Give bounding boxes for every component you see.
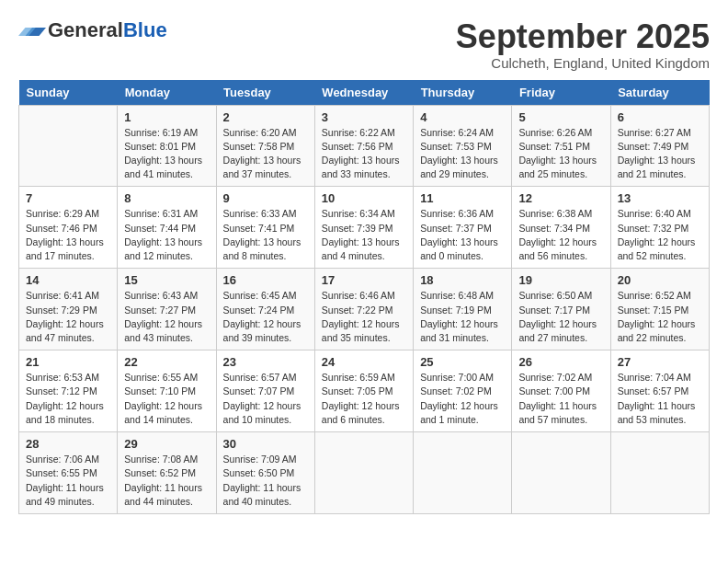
day-number: 25 xyxy=(420,355,505,369)
col-header-wednesday: Wednesday xyxy=(314,80,413,106)
day-number: 24 xyxy=(322,355,406,369)
day-number: 20 xyxy=(618,273,702,287)
calendar-cell: 20Sunrise: 6:52 AM Sunset: 7:15 PM Dayli… xyxy=(610,269,709,350)
day-number: 16 xyxy=(223,273,308,287)
day-number: 9 xyxy=(223,191,308,205)
day-info: Sunrise: 6:59 AM Sunset: 7:05 PM Dayligh… xyxy=(322,371,406,427)
day-number: 14 xyxy=(26,273,110,287)
day-info: Sunrise: 6:50 AM Sunset: 7:17 PM Dayligh… xyxy=(518,289,603,345)
calendar-week-row: 28Sunrise: 7:06 AM Sunset: 6:55 PM Dayli… xyxy=(19,432,710,514)
day-number: 29 xyxy=(124,437,209,451)
calendar-cell xyxy=(610,432,709,514)
col-header-tuesday: Tuesday xyxy=(216,80,314,106)
calendar-week-row: 21Sunrise: 6:53 AM Sunset: 7:12 PM Dayli… xyxy=(19,350,710,432)
calendar-cell: 14Sunrise: 6:41 AM Sunset: 7:29 PM Dayli… xyxy=(19,269,118,350)
day-number: 26 xyxy=(518,355,603,369)
day-info: Sunrise: 6:38 AM Sunset: 7:34 PM Dayligh… xyxy=(518,207,603,263)
day-info: Sunrise: 7:09 AM Sunset: 6:50 PM Dayligh… xyxy=(223,453,308,509)
title-block: September 2025 Culcheth, England, United… xyxy=(456,18,710,71)
day-info: Sunrise: 7:00 AM Sunset: 7:02 PM Dayligh… xyxy=(420,371,505,427)
logo: GeneralBlue xyxy=(18,18,167,42)
day-info: Sunrise: 6:19 AM Sunset: 8:01 PM Dayligh… xyxy=(124,126,209,182)
col-header-friday: Friday xyxy=(512,80,610,106)
calendar-cell xyxy=(414,432,512,514)
day-number: 23 xyxy=(223,355,308,369)
day-number: 4 xyxy=(420,110,505,124)
calendar-cell: 19Sunrise: 6:50 AM Sunset: 7:17 PM Dayli… xyxy=(512,269,610,350)
day-info: Sunrise: 6:20 AM Sunset: 7:58 PM Dayligh… xyxy=(223,126,308,182)
calendar-cell: 7Sunrise: 6:29 AM Sunset: 7:46 PM Daylig… xyxy=(19,187,118,269)
day-info: Sunrise: 6:57 AM Sunset: 7:07 PM Dayligh… xyxy=(223,371,308,427)
day-info: Sunrise: 6:33 AM Sunset: 7:41 PM Dayligh… xyxy=(223,207,308,263)
calendar-cell xyxy=(512,432,610,514)
calendar-cell: 27Sunrise: 7:04 AM Sunset: 6:57 PM Dayli… xyxy=(610,350,709,432)
day-info: Sunrise: 6:29 AM Sunset: 7:46 PM Dayligh… xyxy=(26,207,110,263)
col-header-monday: Monday xyxy=(118,80,216,106)
day-number: 8 xyxy=(124,191,209,205)
day-info: Sunrise: 6:27 AM Sunset: 7:49 PM Dayligh… xyxy=(618,126,702,182)
calendar-body: 1Sunrise: 6:19 AM Sunset: 8:01 PM Daylig… xyxy=(19,105,710,513)
day-number: 21 xyxy=(26,355,110,369)
calendar-cell xyxy=(314,432,413,514)
calendar-cell: 9Sunrise: 6:33 AM Sunset: 7:41 PM Daylig… xyxy=(216,187,314,269)
calendar-week-row: 1Sunrise: 6:19 AM Sunset: 8:01 PM Daylig… xyxy=(19,105,710,187)
calendar-cell: 8Sunrise: 6:31 AM Sunset: 7:44 PM Daylig… xyxy=(118,187,216,269)
calendar-cell xyxy=(19,105,118,187)
day-number: 28 xyxy=(26,437,110,451)
day-info: Sunrise: 6:53 AM Sunset: 7:12 PM Dayligh… xyxy=(26,371,110,427)
calendar-cell: 1Sunrise: 6:19 AM Sunset: 8:01 PM Daylig… xyxy=(118,105,216,187)
col-header-thursday: Thursday xyxy=(414,80,512,106)
day-number: 12 xyxy=(518,191,603,205)
day-info: Sunrise: 6:22 AM Sunset: 7:56 PM Dayligh… xyxy=(322,126,406,182)
day-number: 1 xyxy=(124,110,209,124)
calendar-cell: 13Sunrise: 6:40 AM Sunset: 7:32 PM Dayli… xyxy=(610,187,709,269)
calendar-cell: 22Sunrise: 6:55 AM Sunset: 7:10 PM Dayli… xyxy=(118,350,216,432)
day-info: Sunrise: 6:40 AM Sunset: 7:32 PM Dayligh… xyxy=(618,207,702,263)
day-number: 6 xyxy=(618,110,702,124)
day-info: Sunrise: 6:41 AM Sunset: 7:29 PM Dayligh… xyxy=(26,289,110,345)
day-info: Sunrise: 6:26 AM Sunset: 7:51 PM Dayligh… xyxy=(518,126,603,182)
calendar-cell: 2Sunrise: 6:20 AM Sunset: 7:58 PM Daylig… xyxy=(216,105,314,187)
day-number: 27 xyxy=(618,355,702,369)
col-header-sunday: Sunday xyxy=(19,80,118,106)
day-info: Sunrise: 6:55 AM Sunset: 7:10 PM Dayligh… xyxy=(124,371,209,427)
day-number: 22 xyxy=(124,355,209,369)
day-number: 2 xyxy=(223,110,308,124)
calendar-table: SundayMondayTuesdayWednesdayThursdayFrid… xyxy=(18,80,710,514)
calendar-cell: 26Sunrise: 7:02 AM Sunset: 7:00 PM Dayli… xyxy=(512,350,610,432)
day-info: Sunrise: 6:46 AM Sunset: 7:22 PM Dayligh… xyxy=(322,289,406,345)
day-info: Sunrise: 6:34 AM Sunset: 7:39 PM Dayligh… xyxy=(322,207,406,263)
calendar-cell: 3Sunrise: 6:22 AM Sunset: 7:56 PM Daylig… xyxy=(314,105,413,187)
calendar-cell: 10Sunrise: 6:34 AM Sunset: 7:39 PM Dayli… xyxy=(314,187,413,269)
day-info: Sunrise: 7:08 AM Sunset: 6:52 PM Dayligh… xyxy=(124,453,209,509)
day-number: 5 xyxy=(518,110,603,124)
day-info: Sunrise: 6:52 AM Sunset: 7:15 PM Dayligh… xyxy=(618,289,702,345)
calendar-cell: 15Sunrise: 6:43 AM Sunset: 7:27 PM Dayli… xyxy=(118,269,216,350)
calendar-cell: 16Sunrise: 6:45 AM Sunset: 7:24 PM Dayli… xyxy=(216,269,314,350)
calendar-cell: 18Sunrise: 6:48 AM Sunset: 7:19 PM Dayli… xyxy=(414,269,512,350)
logo-blue: Blue xyxy=(123,18,167,41)
day-number: 10 xyxy=(322,191,406,205)
day-number: 15 xyxy=(124,273,209,287)
subtitle: Culcheth, England, United Kingdom xyxy=(456,55,710,71)
page-header: GeneralBlue September 2025 Culcheth, Eng… xyxy=(18,18,710,71)
calendar-cell: 12Sunrise: 6:38 AM Sunset: 7:34 PM Dayli… xyxy=(512,187,610,269)
calendar-cell: 21Sunrise: 6:53 AM Sunset: 7:12 PM Dayli… xyxy=(19,350,118,432)
calendar-week-row: 7Sunrise: 6:29 AM Sunset: 7:46 PM Daylig… xyxy=(19,187,710,269)
logo-general: General xyxy=(48,18,123,41)
calendar-cell: 30Sunrise: 7:09 AM Sunset: 6:50 PM Dayli… xyxy=(216,432,314,514)
day-number: 17 xyxy=(322,273,406,287)
day-info: Sunrise: 6:24 AM Sunset: 7:53 PM Dayligh… xyxy=(420,126,505,182)
calendar-cell: 29Sunrise: 7:08 AM Sunset: 6:52 PM Dayli… xyxy=(118,432,216,514)
day-number: 7 xyxy=(26,191,110,205)
day-info: Sunrise: 6:36 AM Sunset: 7:37 PM Dayligh… xyxy=(420,207,505,263)
calendar-week-row: 14Sunrise: 6:41 AM Sunset: 7:29 PM Dayli… xyxy=(19,269,710,350)
day-info: Sunrise: 7:06 AM Sunset: 6:55 PM Dayligh… xyxy=(26,453,110,509)
calendar-cell: 28Sunrise: 7:06 AM Sunset: 6:55 PM Dayli… xyxy=(19,432,118,514)
logo-text: GeneralBlue xyxy=(48,18,167,42)
calendar-cell: 23Sunrise: 6:57 AM Sunset: 7:07 PM Dayli… xyxy=(216,350,314,432)
calendar-cell: 11Sunrise: 6:36 AM Sunset: 7:37 PM Dayli… xyxy=(414,187,512,269)
day-number: 13 xyxy=(618,191,702,205)
col-header-saturday: Saturday xyxy=(610,80,709,106)
day-info: Sunrise: 6:45 AM Sunset: 7:24 PM Dayligh… xyxy=(223,289,308,345)
